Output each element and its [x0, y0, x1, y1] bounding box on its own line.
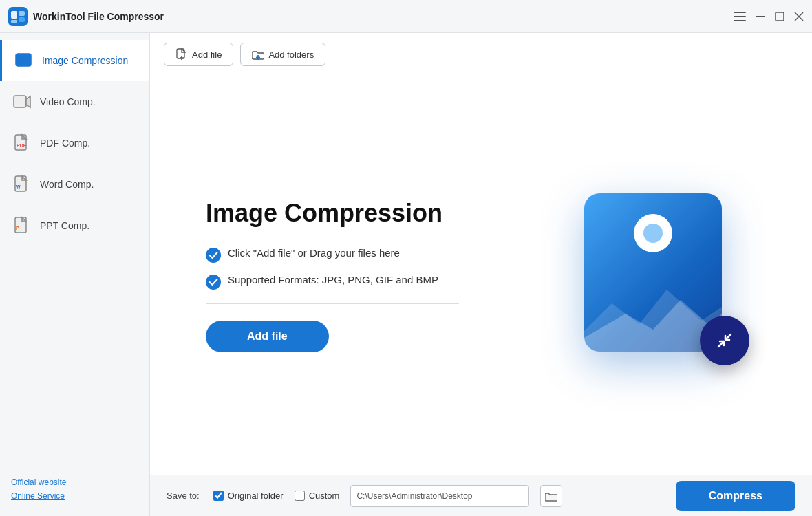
- image-card: [584, 193, 722, 352]
- add-file-icon: [175, 48, 188, 61]
- compress-button[interactable]: Compress: [676, 481, 795, 511]
- check-icon-1: [206, 248, 221, 263]
- drop-item-1: Click "Add file" or Drag your files here: [206, 247, 522, 263]
- svg-rect-9: [776, 12, 784, 21]
- svg-point-28: [206, 275, 221, 290]
- svg-rect-3: [19, 17, 25, 22]
- svg-point-27: [206, 248, 221, 263]
- svg-rect-8: [756, 16, 765, 17]
- compress-arrows-icon: [712, 327, 738, 354]
- check-icon-2: [206, 275, 221, 290]
- svg-text:P: P: [16, 226, 19, 230]
- browse-folder-button[interactable]: [540, 485, 562, 507]
- save-to-label: Save to:: [167, 491, 200, 501]
- custom-checkbox[interactable]: [295, 491, 305, 501]
- minimize-icon[interactable]: [756, 16, 765, 17]
- main-content: Add file Add folders Image Compression: [150, 33, 812, 516]
- app-body: Image Compression Video Comp. PDF PDF Co…: [0, 33, 812, 516]
- maximize-icon[interactable]: [775, 12, 784, 21]
- sidebar-item-video-comp[interactable]: Video Comp.: [0, 81, 149, 122]
- close-icon[interactable]: [794, 12, 804, 21]
- svg-point-14: [19, 56, 23, 60]
- sidebar: Image Compression Video Comp. PDF PDF Co…: [0, 33, 150, 516]
- compress-badge: [700, 316, 749, 365]
- svg-rect-15: [14, 96, 26, 107]
- illustration: [564, 180, 756, 372]
- drop-text-section: Image Compression Click "Add file" or Dr…: [206, 199, 522, 352]
- sun-inner: [643, 224, 663, 243]
- toolbar: Add file Add folders: [150, 33, 812, 76]
- add-folder-icon: [252, 48, 264, 61]
- ppt-comp-icon: P: [11, 215, 33, 237]
- original-folder-label: Original folder: [228, 491, 284, 501]
- svg-text:PDF: PDF: [17, 143, 27, 148]
- custom-group: Custom: [295, 491, 340, 501]
- app-logo: [8, 7, 28, 26]
- drop-divider: [206, 303, 459, 304]
- title-bar: WorkinTool File Compressor: [0, 0, 812, 33]
- sidebar-label-video-comp: Video Comp.: [40, 96, 96, 107]
- official-website-link[interactable]: Official website: [11, 477, 138, 487]
- add-file-toolbar-button[interactable]: Add file: [164, 43, 233, 66]
- sidebar-label-pdf-comp: PDF Comp.: [40, 138, 90, 149]
- bottom-bar: Save to: Original folder Custom C: [150, 475, 812, 516]
- drop-title: Image Compression: [206, 199, 522, 228]
- sun-circle: [634, 214, 672, 252]
- add-folders-toolbar-button[interactable]: Add folders: [240, 43, 325, 66]
- svg-text:W: W: [16, 184, 21, 189]
- image-compression-icon: [13, 50, 35, 72]
- sidebar-label-word-comp: Word Comp.: [40, 179, 94, 190]
- app-title: WorkinTool File Compressor: [33, 11, 734, 22]
- svg-rect-7: [734, 20, 746, 21]
- sidebar-item-pdf-comp[interactable]: PDF PDF Comp.: [0, 122, 149, 164]
- drop-item-2: Supported Formats: JPG, PNG, GIF and BMP: [206, 274, 522, 290]
- drop-zone[interactable]: Image Compression Click "Add file" or Dr…: [150, 76, 812, 475]
- sidebar-item-word-comp[interactable]: W Word Comp.: [0, 164, 149, 205]
- online-service-link[interactable]: Online Service: [11, 491, 138, 501]
- original-folder-checkbox[interactable]: [213, 491, 224, 501]
- save-path-input[interactable]: [350, 485, 529, 507]
- sidebar-label-ppt-comp: PPT Comp.: [40, 220, 89, 231]
- sidebar-label-image-compression: Image Compression: [42, 55, 128, 66]
- folder-icon: [545, 491, 557, 502]
- sidebar-item-image-compression[interactable]: Image Compression: [0, 40, 149, 81]
- video-comp-icon: [11, 91, 33, 113]
- menu-icon[interactable]: [734, 12, 746, 21]
- pdf-comp-icon: PDF: [11, 132, 33, 154]
- word-comp-icon: W: [11, 173, 33, 195]
- add-file-button[interactable]: Add file: [206, 321, 329, 352]
- svg-rect-4: [11, 20, 17, 23]
- svg-rect-1: [11, 11, 17, 19]
- custom-label: Custom: [309, 491, 340, 501]
- svg-rect-6: [734, 16, 746, 17]
- sidebar-footer: Official website Online Service: [0, 469, 149, 509]
- original-folder-group: Original folder: [213, 491, 284, 501]
- svg-rect-2: [19, 11, 25, 16]
- svg-rect-5: [734, 12, 746, 13]
- drop-content: Image Compression Click "Add file" or Dr…: [206, 180, 756, 372]
- window-controls: [734, 12, 804, 21]
- sidebar-item-ppt-comp[interactable]: P PPT Comp.: [0, 205, 149, 246]
